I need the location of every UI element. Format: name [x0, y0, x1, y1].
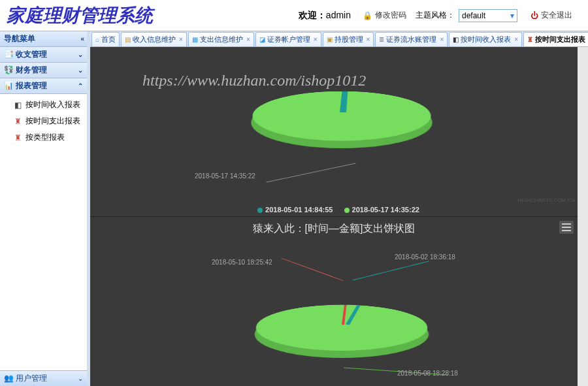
legend-dot-icon — [344, 208, 350, 213]
pie-label: 2018-05-02 18:36:18 — [395, 253, 455, 261]
holdings-icon: ▣ — [327, 36, 333, 43]
sidebar-group-reports-body: ◧ 按时间收入报表 ♜ 按时间支出报表 ♜ 按类型报表 — [0, 94, 87, 148]
tree-node-income-by-time[interactable]: ◧ 按时间收入报表 — [0, 97, 87, 113]
close-icon[interactable]: × — [367, 36, 370, 43]
chevron-down-icon: ⌄ — [78, 67, 83, 74]
tab-holdings[interactable]: ▣持股管理× — [323, 32, 374, 46]
app-title: 家庭理财管理系统 — [7, 3, 153, 28]
pie-chart-2 — [243, 305, 440, 351]
pie-label: 2018-05-08 18:28:18 — [397, 370, 458, 377]
pie-chart-1 — [238, 91, 445, 141]
collapse-sidebar-icon[interactable]: « — [80, 35, 83, 42]
main-panel: ⌂首页 ▤收入信息维护× ▦支出信息维护× ◪证券帐户管理× ▣持股管理× ≣证… — [90, 31, 588, 386]
pie-label: 2018-05-17 14:35:22 — [195, 172, 255, 180]
tab-home[interactable]: ⌂首页 — [91, 32, 120, 46]
watermark-text: https://www.huzhan.com/ishop1012 — [142, 72, 366, 89]
hierarchy-icon: ♜ — [527, 36, 533, 43]
report-icon: ◧ — [14, 101, 22, 109]
sidebar-group-reports[interactable]: 📊 报表管理 ⌃ — [0, 78, 87, 94]
hierarchy-icon: ♜ — [14, 118, 22, 125]
sidebar-group-users[interactable]: 👥 用户管理 ⌄ — [0, 370, 87, 386]
legend-dot-icon — [257, 208, 263, 213]
flow-icon: ≣ — [379, 36, 384, 43]
doc-icon: ▤ — [125, 36, 131, 43]
chart-credit: HIGHCHARTS.COM.CN — [518, 197, 575, 203]
finance-icon: 💱 — [4, 66, 14, 74]
tab-expense-report[interactable]: ♜按时间支出报表× — [523, 32, 588, 46]
welcome-text: 欢迎：admin — [299, 10, 351, 22]
users-icon: 👥 — [4, 374, 14, 382]
tree-node-expense-by-time[interactable]: ♜ 按时间支出报表 — [0, 113, 87, 129]
chart-panel-1: https://www.huzhan.com/ishop1012 2018-05… — [90, 47, 578, 217]
theme-label: 主题风格： — [416, 10, 455, 21]
calc-icon: ▦ — [192, 36, 198, 43]
header: 家庭理财管理系统 欢迎：admin 🔒 修改密码 主题风格： default ⏻… — [0, 0, 588, 31]
home-icon: ⌂ — [95, 36, 99, 43]
chevron-down-icon: ⌄ — [78, 375, 83, 382]
chart-menu-button[interactable] — [559, 221, 574, 234]
content-area: https://www.huzhan.com/ishop1012 2018-05… — [90, 47, 588, 386]
pie-slice — [342, 305, 346, 325]
tab-bar: ⌂首页 ▤收入信息维护× ▦支出信息维护× ◪证券帐户管理× ▣持股管理× ≣证… — [90, 31, 588, 47]
change-password-link[interactable]: 🔒 修改密码 — [363, 10, 406, 21]
pie-slice — [346, 306, 360, 325]
pie-label: 2018-05-10 18:25:42 — [212, 259, 272, 266]
chevron-up-icon: ⌃ — [78, 82, 83, 89]
report-icon: ◧ — [453, 36, 459, 43]
account-icon: ◪ — [259, 36, 265, 43]
chart-panel-2: 猿来入此：[时间—金额]支出饼状图 2018-05-10 18:25:42 20… — [90, 217, 578, 386]
close-icon[interactable]: × — [440, 36, 444, 43]
power-icon: ⏻ — [531, 12, 538, 20]
hierarchy-icon: ♜ — [14, 134, 22, 142]
sidebar-group-finance[interactable]: 💱 财务管理 ⌄ — [0, 63, 87, 78]
sidebar: 导航菜单 « 📑 收支管理 ⌄ 💱 财务管理 ⌄ 📊 报表管理 ⌃ ◧ 按时间收… — [0, 31, 90, 386]
tab-securities-flow[interactable]: ≣证券流水账管理× — [375, 32, 448, 46]
theme-select[interactable]: default — [459, 9, 517, 22]
chevron-down-icon: ⌄ — [78, 51, 83, 58]
chart-legend-1: 2018-05-01 14:84:55 2018-05-17 14:35:22 — [90, 206, 578, 214]
logout-link[interactable]: ⏻ 安全退出 — [531, 10, 572, 21]
tab-expense-maintain[interactable]: ▦支出信息维护× — [188, 32, 254, 46]
tab-income-report[interactable]: ◧按时间收入报表× — [449, 32, 522, 46]
sidebar-header: 导航菜单 « — [0, 31, 87, 47]
close-icon[interactable]: × — [246, 36, 250, 43]
sidebar-group-income-expense[interactable]: 📑 收支管理 ⌄ — [0, 47, 87, 63]
ledger-icon: 📑 — [4, 50, 14, 58]
tree-node-by-type[interactable]: ♜ 按类型报表 — [0, 129, 87, 146]
pie-slice — [340, 91, 348, 113]
close-icon[interactable]: × — [514, 36, 518, 43]
tab-income-maintain[interactable]: ▤收入信息维护× — [121, 32, 187, 46]
close-icon[interactable]: × — [179, 36, 183, 43]
close-icon[interactable]: × — [314, 36, 318, 43]
chart-icon: 📊 — [4, 82, 14, 89]
scrollbar-thumb[interactable] — [579, 165, 587, 236]
chart-title: 猿来入此：[时间—金额]支出饼状图 — [90, 217, 578, 241]
lock-icon: 🔒 — [363, 12, 372, 20]
tab-securities-account[interactable]: ◪证券帐户管理× — [255, 32, 321, 46]
